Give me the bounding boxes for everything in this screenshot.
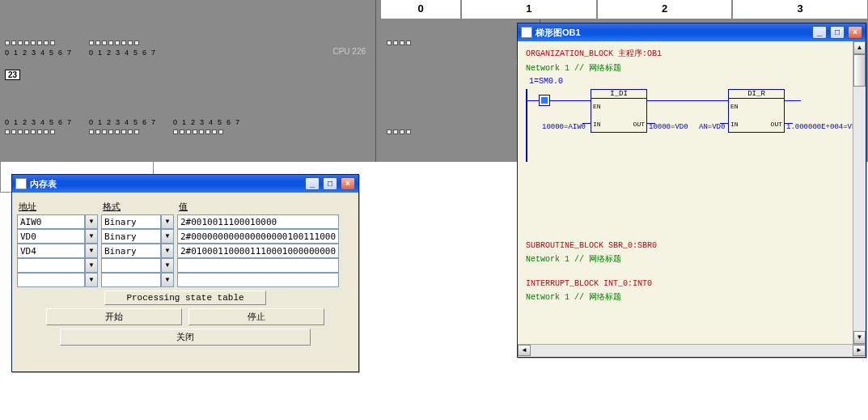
addr-input-2[interactable] bbox=[17, 244, 85, 258]
contact-label: 1=SM0.0 bbox=[529, 77, 861, 86]
minimize-button[interactable]: _ bbox=[305, 177, 320, 190]
memory-table-body: 地址 格式 值 ▼ ▼ ▼ ▼ ▼ ▼ ▼ ▼ ▼ ▼ Processing s bbox=[12, 193, 358, 350]
pin-en: EN bbox=[730, 103, 739, 110]
app-icon bbox=[15, 178, 27, 189]
app-icon bbox=[521, 27, 532, 38]
value-input-4[interactable] bbox=[177, 273, 339, 287]
ladder-body: ORGANIZATION_BLOCK 主程序:OB1 Network 1 // … bbox=[518, 41, 866, 344]
col-header-value: 值 bbox=[177, 197, 339, 214]
dropdown-icon[interactable]: ▼ bbox=[161, 244, 174, 258]
format-input-1[interactable] bbox=[101, 229, 161, 244]
led-numbers: 01234567 bbox=[89, 118, 155, 126]
memory-table-titlebar[interactable]: 内存表 _ □ × bbox=[12, 175, 358, 193]
wire-label: 10000=AIW0 bbox=[542, 123, 586, 131]
stop-button[interactable]: 停止 bbox=[188, 308, 324, 325]
ob-block-header: ORGANIZATION_BLOCK 主程序:OB1 bbox=[526, 48, 861, 59]
addr-input-0[interactable] bbox=[17, 214, 85, 229]
wire-label: 10000=VD0 bbox=[649, 123, 688, 131]
fbox-name: I_DI bbox=[591, 90, 646, 99]
addr-input-3[interactable] bbox=[17, 258, 85, 273]
col-header-2: 2 bbox=[597, 0, 733, 19]
memory-table-window: 内存表 _ □ × 地址 格式 值 ▼ ▼ ▼ ▼ ▼ ▼ ▼ ▼ ▼ bbox=[11, 174, 359, 372]
start-button[interactable]: 开始 bbox=[46, 308, 182, 325]
window-title: 梯形图OB1 bbox=[536, 27, 581, 39]
value-input-3[interactable] bbox=[177, 258, 339, 273]
dropdown-icon[interactable]: ▼ bbox=[85, 258, 98, 273]
tag-23: 23 bbox=[5, 70, 20, 80]
function-block-dir: DI_R EN IN OUT bbox=[728, 89, 785, 133]
format-input-0[interactable] bbox=[101, 214, 161, 229]
network-title: Network 1 // 网络标题 bbox=[526, 291, 861, 303]
dropdown-icon[interactable]: ▼ bbox=[161, 258, 174, 273]
maximize-button[interactable]: □ bbox=[830, 26, 845, 39]
dropdown-icon[interactable]: ▼ bbox=[85, 244, 98, 258]
col-header-0: 0 bbox=[380, 0, 461, 19]
led-bank bbox=[89, 40, 139, 45]
maximize-button[interactable]: □ bbox=[323, 177, 337, 190]
close-button[interactable]: × bbox=[848, 26, 862, 39]
top-column-headers: 0 1 2 3 bbox=[380, 0, 868, 19]
horizontal-scrollbar[interactable]: ◄ ► bbox=[518, 344, 866, 357]
led-bank bbox=[387, 129, 411, 134]
dropdown-icon[interactable]: ▼ bbox=[85, 214, 98, 229]
scroll-right-icon[interactable]: ► bbox=[853, 345, 866, 356]
col-header-1: 1 bbox=[461, 0, 597, 19]
cpu-label: CPU 226 bbox=[332, 47, 366, 56]
int-block-header: INTERRUPT_BLOCK INT_0:INT0 bbox=[526, 279, 861, 288]
window-title: 内存表 bbox=[30, 178, 57, 190]
fbox-name: DI_R bbox=[729, 90, 784, 99]
led-numbers: 01234567 bbox=[89, 49, 155, 57]
dropdown-icon[interactable]: ▼ bbox=[85, 229, 98, 244]
dropdown-icon[interactable]: ▼ bbox=[161, 214, 174, 229]
format-input-4[interactable] bbox=[101, 273, 161, 287]
col-header-addr: 地址 bbox=[17, 197, 98, 214]
plc-unit-em: EM AI 4x bbox=[379, 0, 540, 162]
scroll-down-icon[interactable]: ▼ bbox=[853, 331, 866, 344]
led-numbers: 01234567 bbox=[5, 118, 71, 126]
ladder-diagram: I_DI EN IN OUT DI_R EN IN OUT 10000=AIW0… bbox=[526, 89, 861, 162]
wire-label: 1.000000E+004=VD4 bbox=[786, 123, 861, 131]
led-bank bbox=[89, 129, 139, 134]
pin-out: OUT bbox=[633, 121, 645, 128]
pin-en: EN bbox=[593, 103, 601, 110]
scroll-up-icon[interactable]: ▲ bbox=[853, 41, 866, 54]
led-numbers: 01234567 bbox=[5, 49, 71, 57]
minimize-button[interactable]: _ bbox=[812, 26, 827, 39]
col-header-3: 3 bbox=[732, 0, 868, 19]
network-title: Network 1 // 网络标题 bbox=[526, 253, 861, 265]
processing-state-table-button[interactable]: Processing state table bbox=[104, 291, 266, 305]
pin-in: IN bbox=[730, 121, 739, 128]
led-bank bbox=[5, 129, 55, 134]
dropdown-icon[interactable]: ▼ bbox=[161, 273, 174, 287]
sbr-block-header: SUBROUTINE_BLOCK SBR_0:SBR0 bbox=[526, 241, 861, 250]
vertical-scrollbar[interactable]: ▲ ▼ bbox=[853, 41, 866, 344]
contact-sm00 bbox=[539, 95, 550, 106]
addr-input-4[interactable] bbox=[17, 273, 85, 287]
led-bank bbox=[387, 40, 411, 45]
ladder-window: 梯形图OB1 _ □ × ORGANIZATION_BLOCK 主程序:OB1 … bbox=[517, 23, 866, 358]
addr-input-1[interactable] bbox=[17, 229, 85, 244]
dropdown-icon[interactable]: ▼ bbox=[161, 229, 174, 244]
network-title: Network 1 // 网络标题 bbox=[526, 62, 861, 74]
value-input-1[interactable] bbox=[177, 229, 339, 244]
pin-in: IN bbox=[593, 121, 601, 128]
led-bank bbox=[173, 129, 223, 134]
dropdown-icon[interactable]: ▼ bbox=[85, 273, 98, 287]
led-bank bbox=[5, 40, 55, 45]
close-window-button[interactable]: 关闭 bbox=[60, 329, 311, 346]
format-input-2[interactable] bbox=[101, 244, 161, 258]
ladder-titlebar[interactable]: 梯形图OB1 _ □ × bbox=[518, 23, 866, 41]
value-input-2[interactable] bbox=[177, 244, 339, 258]
value-input-0[interactable] bbox=[177, 214, 339, 229]
scroll-left-icon[interactable]: ◄ bbox=[518, 345, 531, 356]
pin-out: OUT bbox=[771, 121, 782, 128]
format-input-3[interactable] bbox=[101, 258, 161, 273]
function-block-idi: I_DI EN IN OUT bbox=[591, 89, 647, 133]
plc-unit-main: 01234567 01234567 CPU 226 01234567 01234… bbox=[0, 0, 376, 162]
scrollbar-thumb[interactable] bbox=[853, 54, 866, 87]
col-header-format: 格式 bbox=[101, 197, 174, 214]
led-numbers: 01234567 bbox=[173, 118, 239, 126]
wire-label: AN=VD0 bbox=[699, 123, 725, 131]
close-button[interactable]: × bbox=[341, 177, 355, 190]
